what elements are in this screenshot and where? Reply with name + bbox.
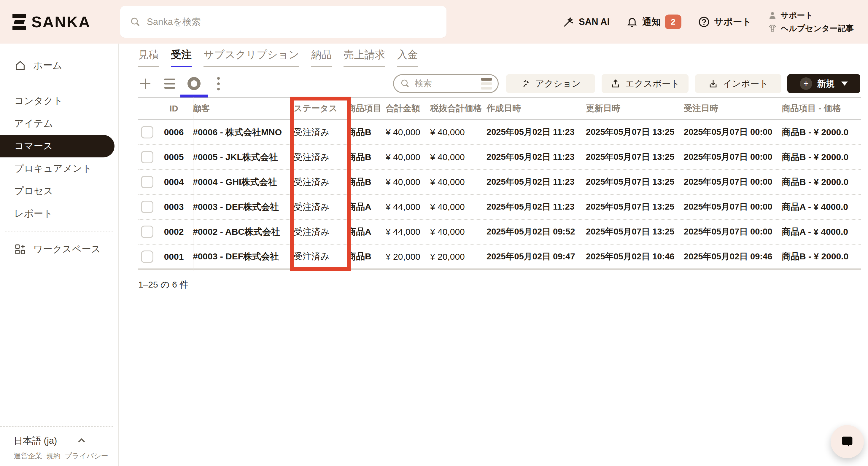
help-center-item[interactable]: ヘルプセンター記事 xyxy=(768,23,854,34)
notifications-button[interactable]: 通知 2 xyxy=(626,14,681,29)
help-center-label: ヘルプセンター記事 xyxy=(780,23,854,34)
column-header-1[interactable]: 顧客 xyxy=(193,103,294,114)
cell-ordered: 2025年05月07日 00:00 xyxy=(684,151,782,163)
san-ai-button[interactable]: SAN AI xyxy=(563,16,610,28)
table-search-input[interactable]: 検索 xyxy=(393,74,499,93)
sidebar-item-commerce[interactable]: コマース xyxy=(0,135,115,157)
row-checkbox[interactable] xyxy=(141,201,153,213)
tab-delivery[interactable]: 納品 xyxy=(311,48,332,67)
table-row[interactable]: 0003#0003 - DEF株式会社受注済み商品A¥ 44,000¥ 40,0… xyxy=(138,195,861,220)
column-header-0[interactable]: ID xyxy=(160,104,193,113)
cell-id: 0001 xyxy=(160,252,193,262)
column-header-7[interactable]: 更新日時 xyxy=(586,103,684,114)
legal-link-0[interactable]: 運営企業 xyxy=(13,451,42,461)
language-label: 日本語 (ja) xyxy=(13,435,57,447)
table-row[interactable]: 0002#0002 - ABC株式会社受注済み商品A¥ 44,000¥ 40,0… xyxy=(138,220,861,244)
help-center-icon xyxy=(768,24,777,33)
row-checkbox[interactable] xyxy=(141,151,153,163)
cell-subtotal: ¥ 40,000 xyxy=(430,152,487,162)
row-checkbox[interactable] xyxy=(141,176,153,188)
commerce-tabs: 見積受注サブスクリプション納品売上請求入金 xyxy=(138,48,418,67)
global-search-input[interactable]: Sankaを検索 xyxy=(120,6,446,38)
table-row[interactable]: 0004#0004 - GHI株式会社受注済み商品B¥ 40,000¥ 40,0… xyxy=(138,170,861,195)
cell-customer: #0004 - GHI株式会社 xyxy=(193,176,294,188)
column-header-8[interactable]: 受注日時 xyxy=(684,103,782,114)
export-label: エクスポート xyxy=(625,78,680,90)
cell-product: 商品B xyxy=(347,176,385,188)
list-icon xyxy=(164,78,175,89)
sidebar-item-process[interactable]: プロセス xyxy=(0,180,118,202)
san-ai-label: SAN AI xyxy=(579,16,610,27)
row-checkbox[interactable] xyxy=(141,226,153,238)
list-view-button[interactable] xyxy=(162,76,177,91)
chat-button[interactable] xyxy=(831,425,864,458)
export-button[interactable]: エクスポート xyxy=(601,74,688,93)
cell-id: 0004 xyxy=(160,177,193,187)
pagination-summary: 1–25 の 6 件 xyxy=(138,279,188,291)
tab-payments[interactable]: 入金 xyxy=(397,48,418,67)
sidebar-item-procurement[interactable]: プロキュアメント xyxy=(0,157,118,180)
language-selector[interactable]: 日本語 (ja) xyxy=(13,435,118,447)
user-support-item[interactable]: サポート xyxy=(768,10,854,21)
tab-orders[interactable]: 受注 xyxy=(171,48,192,67)
import-button[interactable]: インポート xyxy=(695,74,781,93)
sanka-logo-icon xyxy=(12,14,26,30)
tab-invoices[interactable]: 売上請求 xyxy=(343,48,385,67)
legal-links: 運営企業規約プライバシー xyxy=(13,451,118,461)
cell-customer: #0006 - 株式会社MNO xyxy=(193,126,294,138)
table-row[interactable]: 0001#0003 - DEF株式会社受注済み商品B¥ 20,000¥ 20,0… xyxy=(138,244,861,269)
notification-count-badge: 2 xyxy=(665,14,681,29)
filter-icon xyxy=(481,78,492,90)
cell-created: 2025年05月02日 09:47 xyxy=(487,251,586,263)
sidebar-workspace-label: ワークスペース xyxy=(33,243,101,256)
board-view-button[interactable] xyxy=(187,76,201,91)
sidebar-item-workspace[interactable]: ワークスペース xyxy=(0,239,118,260)
cell-updated: 2025年05月07日 13:25 xyxy=(586,126,684,138)
column-header-5[interactable]: 税抜合計価格 xyxy=(430,103,487,114)
cell-product: 商品B xyxy=(347,151,385,163)
column-header-4[interactable]: 合計金額 xyxy=(385,103,430,114)
row-checkbox-cell xyxy=(138,251,160,263)
cell-id: 0002 xyxy=(160,227,193,237)
table-row[interactable]: 0006#0006 - 株式会社MNO受注済み商品B¥ 40,000¥ 40,0… xyxy=(138,120,861,145)
sidebar-item-items[interactable]: アイテム xyxy=(0,112,118,135)
column-header-3[interactable]: 商品項目 xyxy=(347,103,385,114)
tab-subscriptions[interactable]: サブスクリプション xyxy=(204,48,299,67)
cell-id: 0003 xyxy=(160,202,193,212)
legal-link-1[interactable]: 規約 xyxy=(46,451,61,461)
search-icon xyxy=(401,79,410,88)
search-icon xyxy=(130,17,140,27)
cell-total: ¥ 40,000 xyxy=(385,177,430,187)
cell-subtotal: ¥ 40,000 xyxy=(430,127,487,137)
sidebar: ホーム コンタクトアイテムコマースプロキュアメントプロセスレポート ワークスペー… xyxy=(0,43,119,466)
column-header-2[interactable]: ステータス xyxy=(294,103,347,114)
plus-circle-icon: + xyxy=(800,77,812,90)
magic-wand-icon xyxy=(563,16,575,28)
cell-total: ¥ 40,000 xyxy=(385,152,430,162)
cell-subtotal: ¥ 40,000 xyxy=(430,177,487,187)
row-checkbox[interactable] xyxy=(141,126,153,138)
add-view-button[interactable] xyxy=(138,76,153,91)
cell-product-price: 商品B - ¥ 2000.0 xyxy=(782,176,861,188)
column-header-9[interactable]: 商品項目 - 価格 xyxy=(782,103,861,114)
row-checkbox[interactable] xyxy=(141,251,153,263)
table-row[interactable]: 0005#0005 - JKL株式会社受注済み商品B¥ 40,000¥ 40,0… xyxy=(138,145,861,170)
sidebar-item-contacts[interactable]: コンタクト xyxy=(0,90,118,112)
cell-product-price: 商品A - ¥ 4000.0 xyxy=(782,201,861,213)
tab-quotes[interactable]: 見積 xyxy=(138,48,159,67)
new-button[interactable]: + 新規 xyxy=(787,74,860,93)
cell-customer: #0003 - DEF株式会社 xyxy=(193,251,294,263)
import-icon xyxy=(708,78,718,89)
cell-product: 商品A xyxy=(347,201,385,213)
view-options-button[interactable] xyxy=(211,76,225,91)
sidebar-nav: コンタクトアイテムコマースプロキュアメントプロセスレポート xyxy=(0,90,118,225)
user-support-label: サポート xyxy=(780,10,813,21)
support-button[interactable]: サポート xyxy=(698,16,751,28)
column-header-6[interactable]: 作成日時 xyxy=(487,103,586,114)
sidebar-item-home[interactable]: ホーム xyxy=(0,55,118,76)
sidebar-item-reports[interactable]: レポート xyxy=(0,202,118,225)
orders-table: ID顧客ステータス商品項目合計金額税抜合計価格作成日時更新日時受注日時商品項目 … xyxy=(138,97,861,269)
actions-button[interactable]: アクション xyxy=(506,74,595,93)
legal-link-2[interactable]: プライバシー xyxy=(65,451,108,461)
cell-product-price: 商品B - ¥ 2000.0 xyxy=(782,151,861,163)
